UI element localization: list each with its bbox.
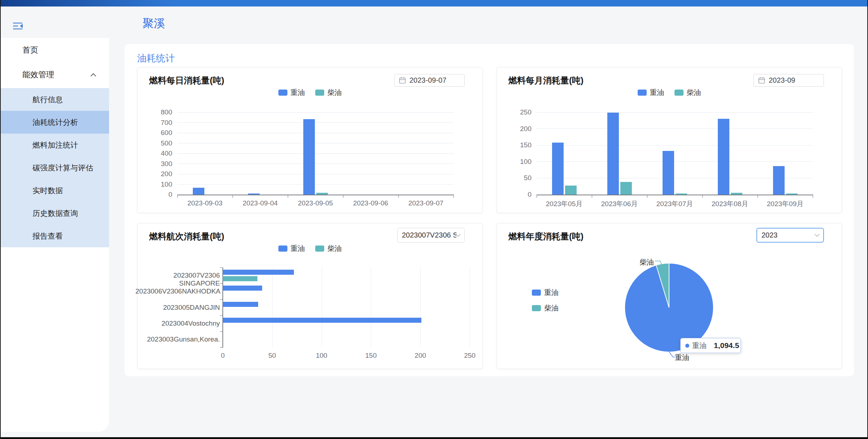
sidebar-item-label: 油耗统计分析: [32, 117, 78, 127]
bar-heavy-oil[interactable]: [303, 119, 315, 195]
bar-heavy-oil[interactable]: [193, 188, 204, 195]
bar-heavy-oil[interactable]: [223, 318, 421, 323]
bar-heavy-oil[interactable]: [663, 151, 674, 195]
bar-heavy-oil[interactable]: [248, 194, 260, 195]
y-axis-tick-label: 600: [149, 129, 172, 137]
tooltip-value: 1,094.5: [714, 341, 739, 350]
grid-line: [537, 145, 813, 145]
x-axis-tick-label: 2023年09月: [753, 199, 818, 209]
sidebar-item-report-view[interactable]: 报告查看: [1, 225, 109, 247]
chevron-down-icon: [815, 232, 820, 237]
sidebar-item-fuel-statistics-analysis[interactable]: 油耗统计分析: [1, 111, 109, 134]
grid-line: [177, 184, 453, 184]
sidebar-item-label: 燃料加注统计: [32, 140, 78, 150]
y-axis-category-label: 2023007V2306 SINGAPORE: [135, 271, 220, 287]
sidebar-item-history-query[interactable]: 历史数据查询: [1, 202, 109, 225]
bar-heavy-oil[interactable]: [607, 113, 619, 195]
bar-diesel[interactable]: [565, 186, 577, 195]
y-axis-tick: [220, 283, 222, 284]
pie-label-heavy-oil: 重油: [675, 353, 689, 362]
bar-diesel[interactable]: [676, 194, 687, 195]
grid-line: [272, 268, 273, 347]
grid-line: [537, 129, 813, 129]
y-axis-tick-label: 300: [149, 160, 172, 168]
content-panel: 油耗统计 燃料每日消耗量(吨) 2023-09-07 重油 柴油 0100200…: [125, 44, 854, 376]
window-title-bar: [0, 0, 868, 6]
grid-line: [420, 268, 421, 347]
sidebar-item-energy-management[interactable]: 能效管理: [1, 62, 109, 87]
legend-label: 重油: [544, 288, 559, 297]
pie-label-diesel: 柴油: [638, 257, 654, 267]
pie-slice-separator: [669, 264, 669, 308]
window-left-edge: [0, 0, 1, 439]
grid-line: [177, 153, 453, 154]
y-axis-tick-label: 500: [149, 139, 172, 147]
legend-item-heavy-oil[interactable]: 重油: [532, 288, 559, 297]
sidebar-item-voyage-info[interactable]: 航行信息: [1, 88, 109, 111]
window-bottom-edge: [0, 437, 868, 439]
x-axis-tick: [177, 195, 178, 198]
grid-line: [177, 164, 453, 164]
x-axis-tick: [398, 195, 399, 198]
sidebar-item-label: 航行信息: [32, 95, 63, 105]
year-select[interactable]: 2023: [756, 228, 824, 243]
y-axis-category-label: 2023003Gunsan,Korea.: [135, 335, 220, 343]
y-axis-tick-label: 800: [149, 108, 172, 116]
grid-line: [470, 268, 470, 347]
bar-diesel[interactable]: [620, 182, 632, 195]
y-axis-tick-label: 100: [508, 158, 531, 166]
x-axis-tick: [343, 195, 343, 198]
bar-heavy-oil[interactable]: [718, 119, 729, 195]
bar-diesel[interactable]: [731, 193, 742, 195]
legend-marker: [532, 290, 541, 296]
card-yearly-fuel-consumption: 燃料年度消耗量(吨) 2023 重油 柴油 柴油 重油 重油 1,094.5: [496, 223, 842, 369]
legend-marker: [532, 305, 541, 311]
grid-line: [177, 174, 453, 174]
y-axis-tick-label: 0: [508, 191, 531, 199]
y-axis-tick-label: 100: [149, 181, 172, 188]
y-axis-tick-label: 50: [508, 174, 531, 182]
grid-line: [177, 122, 453, 123]
sidebar-item-carbon-intensity[interactable]: 碳强度计算与评估: [1, 156, 109, 179]
y-axis-category-label: 2023006V2306NAKHODKA: [135, 287, 220, 295]
x-axis-tick-label: 100: [311, 352, 333, 360]
tooltip-series-name: 重油: [692, 341, 707, 351]
sidebar-item-label: 实时数据: [32, 186, 63, 196]
card-daily-fuel-consumption: 燃料每日消耗量(吨) 2023-09-07 重油 柴油 010020030040…: [137, 67, 483, 213]
card-monthly-fuel-consumption: 燃料每月消耗量(吨) 2023-09 重油 柴油 050100150200250…: [496, 67, 842, 213]
daily-bar-chart: 01002003004005006007008002023-09-032023-…: [138, 68, 483, 213]
sidebar-item-label: 首页: [22, 45, 38, 56]
x-axis-tick: [758, 195, 758, 198]
legend-item-diesel[interactable]: 柴油: [532, 303, 559, 313]
page-title: 聚溪: [143, 16, 165, 31]
sidebar-item-home[interactable]: 首页: [1, 38, 109, 62]
y-axis-tick-label: 400: [149, 149, 172, 157]
bar-diesel[interactable]: [223, 276, 257, 281]
sidebar-item-bunkering-statistics[interactable]: 燃料加注统计: [1, 134, 109, 156]
y-axis-tick: [220, 347, 222, 348]
grid-line: [177, 112, 453, 113]
y-axis-tick: [220, 268, 222, 268]
sidebar-item-realtime-data[interactable]: 实时数据: [1, 179, 109, 202]
x-axis-tick: [288, 195, 288, 198]
menu-fold-icon[interactable]: [13, 22, 23, 30]
x-axis-tick: [233, 195, 233, 198]
bar-heavy-oil[interactable]: [223, 270, 294, 275]
bar-heavy-oil[interactable]: [552, 143, 564, 195]
x-axis-tick: [647, 195, 647, 198]
bar-heavy-oil[interactable]: [773, 166, 785, 195]
grid-line: [177, 133, 453, 133]
voyage-horizontal-bar-chart: 0501001502002502023007V2306 SINGAPORE202…: [138, 223, 483, 369]
bar-heavy-oil[interactable]: [223, 302, 258, 307]
y-axis-tick-label: 150: [508, 141, 531, 149]
sidebar: 首页 能效管理 航行信息 油耗统计分析 燃料加注统计 碳强度计算与评估 实时数据…: [1, 6, 108, 437]
x-axis-tick-label: 2023-09-07: [394, 199, 459, 207]
x-axis-line: [537, 195, 813, 195]
sidebar-submenu: 航行信息 油耗统计分析 燃料加注统计 碳强度计算与评估 实时数据 历史数据查询 …: [1, 88, 109, 247]
y-axis-category-label: 2023004Vostochny: [135, 320, 220, 327]
bar-diesel[interactable]: [316, 193, 328, 195]
bar-diesel[interactable]: [786, 194, 798, 195]
bar-heavy-oil[interactable]: [223, 286, 262, 291]
sidebar-item-label: 能效管理: [22, 69, 54, 80]
sidebar-item-label: 碳强度计算与评估: [32, 163, 93, 173]
